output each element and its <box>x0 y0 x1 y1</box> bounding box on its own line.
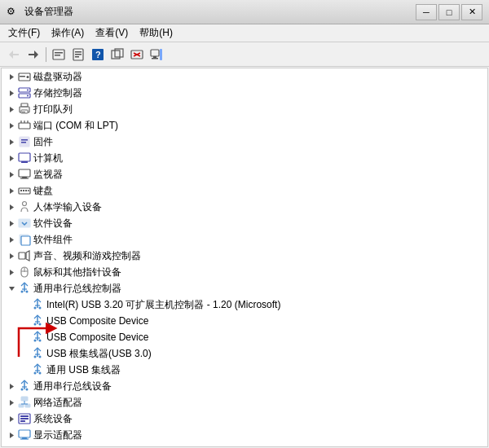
menu-file[interactable]: 文件(F) <box>3 24 45 42</box>
svg-rect-104 <box>20 420 25 422</box>
svg-rect-35 <box>22 112 25 112</box>
forward-button[interactable] <box>24 46 42 64</box>
tree-item-print[interactable]: 打印队列 <box>2 101 487 117</box>
tree-item-audio[interactable]: 声音、视频和游戏控制器 <box>2 248 487 264</box>
label-softcomp: 软件组件 <box>33 233 73 247</box>
tree-item-usb-child1[interactable]: Intel(R) USB 3.20 可扩展主机控制器 - 1.20 (Micro… <box>2 296 487 313</box>
expander-monitor[interactable] <box>5 168 18 181</box>
tree-item-storage[interactable]: 存储控制器 <box>2 85 487 101</box>
uninstall-button[interactable] <box>128 46 146 64</box>
icon-mouse <box>18 266 31 279</box>
show-hidden-button[interactable] <box>50 46 68 64</box>
expander-storage[interactable] <box>5 86 18 99</box>
properties-button[interactable] <box>69 46 87 64</box>
tree-item-port[interactable]: 端口 (COM 和 LPT) <box>2 117 487 134</box>
back-button[interactable] <box>5 46 23 64</box>
tree-item-usb-child2[interactable]: USB Composite Device <box>2 313 487 329</box>
icon-usb-child2 <box>31 314 44 327</box>
expander-sys[interactable] <box>5 412 18 425</box>
tree-item-comp[interactable]: 计算机 <box>2 150 487 166</box>
expander-net[interactable] <box>5 396 18 409</box>
label-key: 键盘 <box>33 184 53 198</box>
tree-item-mouse[interactable]: 鼠标和其他指针设备 <box>2 264 487 280</box>
device-tree[interactable]: 磁盘驱动器存储控制器打印队列端口 (COM 和 LPT)固件计算机监视器键盘人体… <box>1 68 488 447</box>
label-mouse: 鼠标和其他指针设备 <box>33 266 121 279</box>
svg-rect-1 <box>12 54 19 55</box>
scan-button[interactable] <box>148 46 165 64</box>
svg-point-79 <box>34 323 37 326</box>
expander-softcomp[interactable] <box>5 233 18 246</box>
expander-key[interactable] <box>5 184 18 197</box>
svg-rect-19 <box>153 56 156 58</box>
expander-human[interactable] <box>5 200 18 213</box>
tree-item-soft[interactable]: 软件设备 <box>2 215 487 231</box>
tree-item-usb-child4[interactable]: USB 根集线器(USB 3.0) <box>2 345 487 362</box>
expander-firm[interactable] <box>5 135 18 148</box>
expander-usbctrl[interactable] <box>5 282 18 295</box>
svg-marker-65 <box>10 253 14 259</box>
icon-net <box>18 396 31 409</box>
expander-comp[interactable] <box>5 152 18 165</box>
expander-usbline[interactable] <box>5 380 18 393</box>
expander-display[interactable] <box>5 428 18 441</box>
minimize-button[interactable]: ─ <box>416 4 437 20</box>
menu-action[interactable]: 操作(A) <box>46 24 89 42</box>
window-title: 设备管理器 <box>24 5 73 19</box>
label-usbctrl: 通用串行总线控制器 <box>33 282 121 296</box>
tree-item-monitor[interactable]: 监视器 <box>2 166 487 182</box>
expander-mouse[interactable] <box>5 266 18 279</box>
svg-marker-60 <box>10 221 14 226</box>
expander-port[interactable] <box>5 119 18 132</box>
svg-marker-52 <box>10 188 14 194</box>
icon-comp <box>18 152 31 165</box>
svg-rect-33 <box>21 103 28 107</box>
svg-point-59 <box>23 202 27 206</box>
svg-marker-62 <box>10 237 14 243</box>
label-port: 端口 (COM 和 LPT) <box>33 119 118 133</box>
tree-item-firm[interactable]: 固件 <box>2 134 487 150</box>
tree-item-hdd[interactable]: 磁盘驱动器 <box>2 68 487 85</box>
tree-item-human[interactable]: 人体学输入设备 <box>2 199 487 215</box>
close-button[interactable]: ✕ <box>461 4 482 20</box>
svg-marker-36 <box>10 123 14 129</box>
expander-audio[interactable] <box>5 249 18 262</box>
svg-point-77 <box>39 307 42 310</box>
expander-print[interactable] <box>5 103 18 116</box>
tree-item-usbctrl[interactable]: 通用串行总线控制器 <box>2 280 487 296</box>
svg-marker-26 <box>10 90 14 96</box>
svg-marker-94 <box>10 400 14 406</box>
tree-item-display[interactable]: 显示适配器 <box>2 427 487 443</box>
expander-soft[interactable] <box>5 217 18 230</box>
window-controls: ─ □ ✕ <box>416 4 482 20</box>
icon-usbline <box>18 380 31 393</box>
label-usb-child5: 通用 USB 集线器 <box>46 363 121 377</box>
svg-marker-67 <box>10 270 14 275</box>
tree-item-softcomp[interactable]: 软件组件 <box>2 231 487 248</box>
svg-text:?: ? <box>95 50 101 59</box>
svg-point-82 <box>34 340 37 342</box>
tree-item-net[interactable]: 网络适配器 <box>2 394 487 411</box>
icon-soft <box>18 217 31 230</box>
icon-human <box>18 200 31 213</box>
svg-point-80 <box>39 323 42 326</box>
svg-rect-6 <box>55 55 60 56</box>
label-comp: 计算机 <box>33 152 63 165</box>
tree-item-key[interactable]: 键盘 <box>2 182 487 199</box>
svg-point-74 <box>26 291 29 293</box>
update-driver-button[interactable] <box>108 46 126 64</box>
tree-item-sys[interactable]: 系统设备 <box>2 411 487 427</box>
menu-help[interactable]: 帮助(H) <box>134 24 178 42</box>
menu-view[interactable]: 查看(V) <box>90 24 133 42</box>
svg-rect-102 <box>20 415 29 417</box>
expander-hdd[interactable] <box>5 70 18 83</box>
label-usb-child3: USB Composite Device <box>46 332 148 343</box>
svg-point-93 <box>26 389 29 391</box>
label-display: 显示适配器 <box>33 428 82 442</box>
tree-item-usbline[interactable]: 通用串行总线设备 <box>2 378 487 394</box>
maximize-button[interactable]: □ <box>438 4 460 20</box>
svg-rect-20 <box>152 58 158 59</box>
tree-item-usb-child3[interactable]: USB Composite Device <box>2 329 487 345</box>
tree-item-usb-child5[interactable]: 通用 USB 集线器 <box>2 362 487 378</box>
help-button[interactable]: ? <box>89 46 107 64</box>
label-monitor: 监视器 <box>33 168 63 182</box>
